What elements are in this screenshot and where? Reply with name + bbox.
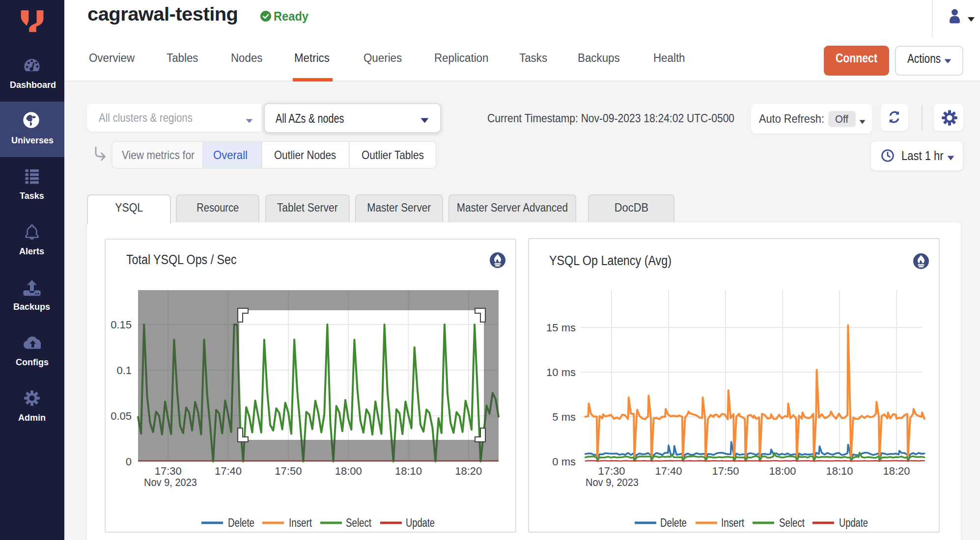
svg-text:Select: Select xyxy=(779,516,805,529)
svg-text:Update: Update xyxy=(839,516,868,529)
svg-text:Nov 9, 2023: Nov 9, 2023 xyxy=(586,476,639,488)
svg-text:15 ms: 15 ms xyxy=(546,322,576,334)
svg-text:17:50: 17:50 xyxy=(712,465,739,477)
svg-text:17:30: 17:30 xyxy=(598,465,625,477)
svg-text:18:20: 18:20 xyxy=(883,465,910,477)
svg-text:17:40: 17:40 xyxy=(655,465,682,477)
svg-text:5 ms: 5 ms xyxy=(552,411,576,423)
svg-text:Insert: Insert xyxy=(721,516,744,529)
svg-text:0 ms: 0 ms xyxy=(552,456,576,468)
svg-text:18:00: 18:00 xyxy=(769,465,796,477)
svg-text:18:10: 18:10 xyxy=(826,465,853,477)
svg-text:Delete: Delete xyxy=(660,516,687,529)
svg-text:10 ms: 10 ms xyxy=(546,366,576,378)
